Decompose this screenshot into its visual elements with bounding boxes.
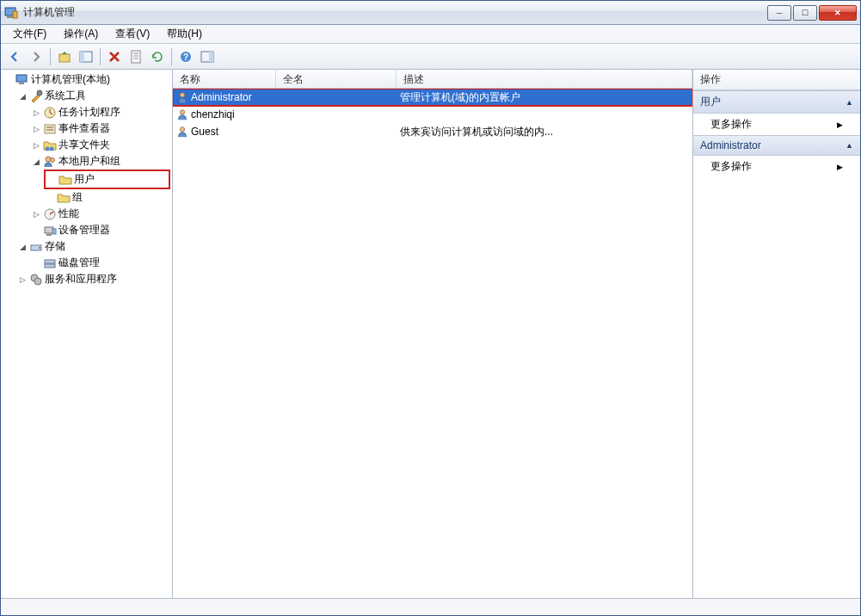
tree-label: 磁盘管理 <box>58 256 100 270</box>
action-section-label: 用户 <box>700 95 721 109</box>
performance-icon <box>43 207 57 221</box>
svg-rect-2 <box>13 11 17 18</box>
svg-point-16 <box>37 90 42 95</box>
tree-device-manager[interactable]: 设备管理器 <box>30 222 170 238</box>
action-more-actions-admin[interactable]: 更多操作 ▶ <box>693 156 860 177</box>
computer-management-icon <box>4 6 18 20</box>
tree-performance[interactable]: ▷ 性能 <box>30 206 170 222</box>
collapse-icon: ▲ <box>846 98 853 107</box>
services-icon <box>29 273 43 286</box>
collapse-icon[interactable]: ◢ <box>18 242 28 251</box>
tree-label: 性能 <box>58 206 79 221</box>
svg-point-24 <box>51 157 55 162</box>
user-icon <box>176 108 188 120</box>
device-icon <box>43 224 57 237</box>
list-row[interactable]: chenzhiqi <box>173 106 692 123</box>
collapse-icon[interactable]: ◢ <box>32 157 41 166</box>
tree-system-tools[interactable]: ◢ 系统工具 <box>16 88 170 104</box>
tree-groups[interactable]: 组 <box>44 189 170 206</box>
up-button[interactable] <box>54 46 75 67</box>
column-fullname[interactable]: 全名 <box>276 70 397 88</box>
svg-text:?: ? <box>183 52 188 62</box>
action-label: 更多操作 <box>710 117 752 132</box>
tree-shared-folders[interactable]: ▷ 共享文件夹 <box>30 137 170 153</box>
tree-label: 本地用户和组 <box>58 154 120 169</box>
menu-action[interactable]: 操作(A) <box>55 25 107 43</box>
svg-rect-6 <box>132 51 140 63</box>
tree-label: 任务计划程序 <box>58 105 120 120</box>
folder-icon <box>58 173 72 187</box>
expand-icon[interactable]: ▷ <box>32 108 41 117</box>
submenu-icon: ▶ <box>837 120 843 129</box>
tree-root[interactable]: 计算机管理(本地) <box>3 71 170 88</box>
toolbar: ? <box>1 44 860 70</box>
action-more-actions-users[interactable]: 更多操作 ▶ <box>693 114 860 135</box>
maximize-button[interactable]: ☐ <box>793 5 817 21</box>
disk-icon <box>43 256 57 270</box>
folder-icon <box>57 191 71 205</box>
show-hide-tree-button[interactable] <box>76 46 96 67</box>
toolbar-separator <box>50 48 51 65</box>
tree-label: 系统工具 <box>45 89 86 103</box>
minimize-button[interactable]: ─ <box>767 5 791 21</box>
help-button[interactable]: ? <box>175 46 196 67</box>
actions-pane: 操作 用户 ▲ 更多操作 ▶ Administrator ▲ 更多操作 ▶ <box>693 70 860 598</box>
properties-button[interactable] <box>126 46 146 67</box>
svg-point-37 <box>180 127 184 132</box>
actions-header: 操作 <box>693 70 860 90</box>
svg-point-21 <box>46 146 50 151</box>
menu-view[interactable]: 查看(V) <box>107 25 158 43</box>
svg-point-35 <box>180 93 184 97</box>
user-icon <box>176 91 188 103</box>
delete-button[interactable] <box>104 46 125 67</box>
menu-help[interactable]: 帮助(H) <box>158 25 211 43</box>
tree-users[interactable]: 用户 <box>44 169 170 189</box>
tree-label: 共享文件夹 <box>58 138 110 152</box>
tree-task-scheduler[interactable]: ▷ 任务计划程序 <box>30 104 170 120</box>
expand-icon[interactable]: ▷ <box>32 140 41 150</box>
svg-point-30 <box>39 247 40 249</box>
expand-icon[interactable]: ▷ <box>18 274 28 284</box>
main-area: 计算机管理(本地) ◢ 系统工具 ▷ 任务计划程序 <box>1 70 860 598</box>
tree-label: 设备管理器 <box>58 223 110 237</box>
svg-rect-15 <box>19 83 24 84</box>
shared-folder-icon <box>43 139 57 152</box>
list-body: Administrator管理计算机(域)的内置帐户chenzhiqiGuest… <box>173 89 692 598</box>
column-name[interactable]: 名称 <box>173 70 276 88</box>
tree-label: 服务和应用程序 <box>45 272 117 286</box>
titlebar: 计算机管理 ─ ☐ ✕ <box>1 1 860 25</box>
list-row[interactable]: Guest供来宾访问计算机或访问域的内... <box>173 123 692 140</box>
refresh-button[interactable] <box>147 46 168 67</box>
action-section-users[interactable]: 用户 ▲ <box>693 90 860 114</box>
tools-icon <box>29 89 43 103</box>
users-groups-icon <box>43 155 57 169</box>
list-header: 名称 全名 描述 <box>173 70 692 89</box>
tree-local-users-groups[interactable]: ◢ 本地用户和组 <box>30 153 170 169</box>
show-hide-action-pane-button[interactable] <box>197 46 218 67</box>
expand-icon[interactable]: ▷ <box>32 209 41 219</box>
svg-rect-31 <box>45 260 55 263</box>
event-icon <box>43 122 57 136</box>
tree-disk-management[interactable]: 磁盘管理 <box>30 255 170 271</box>
svg-rect-3 <box>59 54 70 62</box>
svg-point-36 <box>180 110 184 114</box>
cell-name: chenzhiqi <box>173 108 276 120</box>
svg-point-23 <box>46 157 51 162</box>
column-description[interactable]: 描述 <box>397 70 692 88</box>
action-section-administrator[interactable]: Administrator ▲ <box>693 135 860 156</box>
tree-storage[interactable]: ◢ 存储 <box>16 238 170 255</box>
back-button[interactable] <box>4 46 25 67</box>
list-row[interactable]: Administrator管理计算机(域)的内置帐户 <box>173 89 692 106</box>
menu-file[interactable]: 文件(F) <box>4 25 55 43</box>
expand-icon[interactable]: ▷ <box>32 124 41 133</box>
close-button[interactable]: ✕ <box>819 5 857 21</box>
forward-button[interactable] <box>26 46 46 67</box>
expander-icon[interactable] <box>4 75 14 84</box>
action-label: 更多操作 <box>710 159 752 174</box>
tree-services-apps[interactable]: ▷ 服务和应用程序 <box>16 271 170 287</box>
collapse-icon[interactable]: ◢ <box>18 91 28 101</box>
computer-icon <box>15 73 29 87</box>
statusbar <box>1 598 860 615</box>
collapse-icon: ▲ <box>846 141 853 150</box>
tree-event-viewer[interactable]: ▷ 事件查看器 <box>30 120 170 137</box>
